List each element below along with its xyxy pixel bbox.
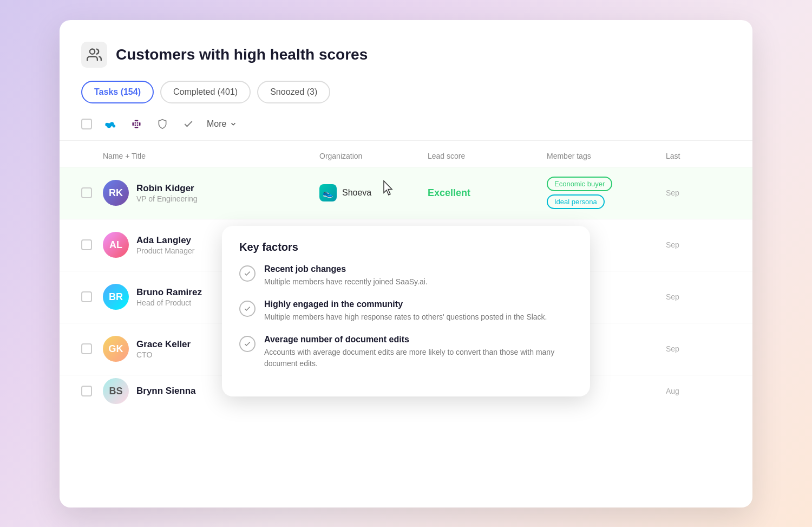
svg-rect-6 [135, 120, 139, 121]
lead-score-value: Excellent [428, 187, 470, 199]
col-checkbox [81, 147, 103, 165]
svg-rect-12 [137, 124, 139, 126]
lead-score-cell[interactable]: Excellent [428, 187, 547, 199]
header-icon [81, 42, 107, 68]
svg-rect-8 [135, 127, 139, 128]
svg-rect-5 [133, 122, 134, 126]
factor-content-1: Recent job changes Multiple members have… [264, 264, 428, 288]
row-checkbox[interactable] [81, 187, 92, 198]
row-checkbox[interactable] [81, 239, 92, 250]
avatar: BR [103, 284, 129, 310]
tab-tasks[interactable]: Tasks (154) [81, 81, 154, 103]
more-label: More [207, 119, 226, 129]
avatar: GK [103, 336, 129, 362]
factor-desc-2: Multiple members have high response rate… [264, 311, 547, 323]
salesforce-icon[interactable] [103, 116, 118, 132]
check-circle-icon-1 [239, 265, 256, 282]
svg-point-3 [113, 124, 116, 127]
page-title: Customers with high health scores [116, 46, 368, 63]
factor-desc-1: Multiple members have recently joined Sa… [264, 276, 428, 288]
person-info: Brynn Sienna [136, 385, 196, 397]
tag-economic-buyer: Economic buyer [547, 177, 612, 191]
table-header: Name + Title Organization Lead score Mem… [60, 147, 752, 165]
check-circle-icon-3 [239, 336, 256, 352]
person-name: Bruno Ramirez [136, 287, 202, 298]
factor-title-1: Recent job changes [264, 264, 428, 274]
avatar: BS [103, 378, 129, 404]
person-name: Grace Keller [136, 339, 191, 350]
factor-item-2: Highly engaged in the community Multiple… [239, 300, 573, 323]
svg-rect-11 [135, 124, 136, 126]
tab-completed[interactable]: Completed (401) [160, 81, 251, 103]
check-icon[interactable] [181, 116, 196, 132]
person-name: Ada Langley [136, 235, 194, 246]
person-title: Product Manager [136, 246, 194, 255]
avatar: RK [103, 180, 129, 206]
avatar: AL [103, 232, 129, 258]
row-checkbox[interactable] [81, 343, 92, 354]
person-cell: RK Robin Kidger VP of Engineering [103, 180, 319, 206]
col-name: Name + Title [103, 147, 319, 165]
last-cell: Sep [666, 188, 731, 197]
person-info: Bruno Ramirez Head of Product [136, 287, 202, 307]
person-title: Head of Product [136, 298, 202, 307]
shield-icon[interactable] [155, 116, 170, 132]
factor-content-3: Average number of document edits Account… [264, 335, 573, 369]
key-factors-popup: Key factors Recent job changes Multiple … [222, 226, 590, 396]
check-circle-icon-2 [239, 301, 256, 317]
col-lead-score: Lead score [428, 147, 547, 165]
col-last: Last [666, 147, 731, 165]
person-name: Brynn Sienna [136, 385, 196, 397]
svg-rect-7 [139, 122, 141, 126]
svg-point-0 [90, 49, 95, 54]
svg-rect-10 [137, 122, 139, 123]
row-checkbox[interactable] [81, 386, 92, 396]
last-cell: Sep [666, 344, 731, 353]
header: Customers with high health scores [60, 42, 752, 81]
more-button[interactable]: More [207, 119, 237, 129]
col-member-tags: Member tags [547, 147, 666, 165]
tab-bar: Tasks (154) Completed (401) Snoozed (3) [60, 81, 752, 116]
factor-title-2: Highly engaged in the community [264, 300, 547, 309]
factor-title-3: Average number of document edits [264, 335, 573, 344]
factor-desc-3: Accounts with average document edits are… [264, 347, 573, 369]
factor-item-3: Average number of document edits Account… [239, 335, 573, 369]
main-card: Customers with high health scores Tasks … [60, 20, 752, 508]
person-info: Grace Keller CTO [136, 339, 191, 359]
last-cell: Aug [666, 387, 731, 395]
toolbar: More [60, 116, 752, 141]
person-name: Robin Kidger [136, 183, 198, 194]
tab-snoozed[interactable]: Snoozed (3) [257, 81, 330, 103]
last-cell: Sep [666, 240, 731, 249]
member-tags-cell: Economic buyer Ideal persona [547, 177, 666, 209]
popup-title: Key factors [239, 241, 573, 253]
svg-rect-9 [135, 122, 136, 123]
row-checkbox[interactable] [81, 291, 92, 302]
person-info: Robin Kidger VP of Engineering [136, 183, 198, 203]
person-title: CTO [136, 350, 191, 359]
tag-ideal-persona: Ideal persona [547, 194, 605, 209]
select-all-checkbox[interactable] [81, 119, 92, 129]
svg-point-4 [105, 122, 108, 126]
person-title: VP of Engineering [136, 194, 198, 203]
table-row[interactable]: RK Robin Kidger VP of Engineering 👟 Shoe… [60, 167, 752, 219]
factor-item-1: Recent job changes Multiple members have… [239, 264, 573, 288]
org-logo: 👟 [319, 184, 337, 201]
org-cell: 👟 Shoeva [319, 184, 428, 201]
factor-content-2: Highly engaged in the community Multiple… [264, 300, 547, 323]
org-name: Shoeva [342, 188, 371, 198]
person-info: Ada Langley Product Manager [136, 235, 194, 255]
slack-icon[interactable] [129, 116, 144, 132]
last-cell: Sep [666, 292, 731, 301]
col-org: Organization [319, 147, 428, 165]
